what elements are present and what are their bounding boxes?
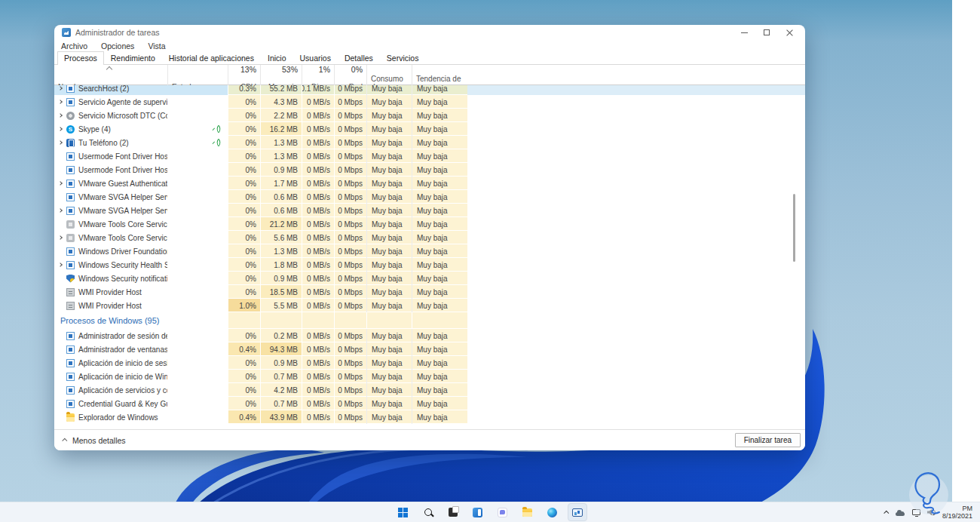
- process-name-cell: WMI Provider Host: [54, 299, 167, 312]
- table-row[interactable]: Windows Security Health Service0%1.8 MB0…: [54, 258, 805, 272]
- taskbar-center: [0, 503, 980, 521]
- table-row[interactable]: VMware Tools Core Service0%21.2 MB0 MB/s…: [54, 217, 805, 231]
- expand-chevron-icon[interactable]: [58, 113, 63, 118]
- red-cell: 0 Mbps: [334, 397, 366, 410]
- estado-cell: [167, 258, 228, 272]
- tab-bar: ProcesosRendimientoHistorial de aplicaci…: [54, 52, 805, 65]
- table-row[interactable]: VMware Tools Core Service0%5.6 MB0 MB/s0…: [54, 231, 805, 244]
- disco-cell: 0 MB/s: [302, 177, 334, 190]
- task-view-button[interactable]: [443, 503, 463, 521]
- tab-rendimiento[interactable]: Rendimiento: [104, 51, 162, 64]
- search-button[interactable]: [418, 503, 438, 521]
- table-row[interactable]: Windows Driver Foundation - pr...0%1.3 M…: [54, 244, 805, 258]
- task-manager-window: Administrador de tareas Archivo Opciones…: [54, 25, 805, 450]
- expand-chevron-icon[interactable]: [58, 140, 63, 145]
- edge-button[interactable]: [543, 503, 562, 521]
- tray-chevron-up-icon[interactable]: [884, 510, 889, 515]
- consumo-cell: Muy baja: [366, 204, 412, 217]
- clock[interactable]: PM 8/19/2021: [942, 505, 975, 520]
- table-row[interactable]: VMware Guest Authentication S...0%1.7 MB…: [54, 177, 805, 190]
- memoria-cell: 2.2 MB: [260, 109, 302, 122]
- onedrive-cloud-icon[interactable]: [896, 509, 905, 516]
- table-row[interactable]: Tu Teléfono (2)0%1.3 MB0 MB/s0 MbpsMuy b…: [54, 136, 805, 149]
- tab-historial-de-aplicaciones[interactable]: Historial de aplicaciones: [162, 51, 261, 64]
- edge-icon: [547, 508, 557, 517]
- expand-chevron-icon[interactable]: [58, 127, 63, 131]
- explorer-button[interactable]: [518, 503, 537, 521]
- table-row[interactable]: Administrador de sesión de Win...0%0.2 M…: [54, 329, 805, 342]
- scrollbar-thumb[interactable]: [793, 194, 795, 262]
- tab-inicio[interactable]: Inicio: [261, 51, 293, 64]
- consumo-cell: Muy baja: [366, 285, 412, 299]
- cpu-cell: 0%: [228, 136, 260, 149]
- table-row[interactable]: WMI Provider Host1.0%5.5 MB0 MB/s0 MbpsM…: [54, 299, 805, 312]
- memoria-cell: 0.9 MB: [260, 163, 302, 177]
- chat-button[interactable]: [493, 503, 513, 521]
- estado-cell: [167, 410, 228, 424]
- menu-archivo[interactable]: Archivo: [61, 41, 87, 51]
- table-row[interactable]: Usermode Font Driver Host0%1.3 MB0 MB/s0…: [54, 149, 805, 163]
- minimize-button[interactable]: [733, 26, 755, 39]
- tendencia-cell: Muy baja: [412, 217, 467, 231]
- tab-servicios[interactable]: Servicios: [380, 51, 426, 64]
- wmi-process-icon: [66, 302, 75, 310]
- end-task-button[interactable]: Finalizar tarea: [735, 433, 801, 447]
- tab-procesos[interactable]: Procesos: [57, 51, 104, 65]
- table-row[interactable]: Servicio Microsoft DTC (Coordin...0%2.2 …: [54, 109, 805, 122]
- memoria-cell: 1.3 MB: [260, 149, 302, 163]
- disco-cell: 0 MB/s: [302, 95, 334, 109]
- table-row[interactable]: VMware SVGA Helper Service0%0.6 MB0 MB/s…: [54, 204, 805, 217]
- expand-chevron-icon[interactable]: [58, 86, 63, 91]
- table-row[interactable]: Administrador de ventanas del ...0.4%94.…: [54, 342, 805, 356]
- process-name: Servicio Agente de supervisión ...: [78, 98, 167, 106]
- table-row[interactable]: Skype (4)0%16.2 MB0 MB/s0 MbpsMuy bajaMu…: [54, 122, 805, 136]
- start-button[interactable]: [394, 503, 413, 521]
- memoria-cell: 0.6 MB: [260, 190, 302, 204]
- table-row[interactable]: Servicio Agente de supervisión ...0%4.3 …: [54, 95, 805, 109]
- network-icon[interactable]: [912, 509, 920, 515]
- maximize-button[interactable]: [755, 26, 778, 39]
- table-row[interactable]: Explorador de Windows0.4%43.9 MB0 MB/s0 …: [54, 410, 805, 424]
- tab-detalles[interactable]: Detalles: [338, 51, 380, 64]
- expand-chevron-icon[interactable]: [58, 208, 63, 213]
- task-manager-button[interactable]: [568, 503, 587, 521]
- tab-usuarios[interactable]: Usuarios: [292, 51, 337, 64]
- estado-cell: [167, 85, 228, 95]
- table-row[interactable]: Credential Guard & Key Guard0%0.7 MB0 MB…: [54, 397, 805, 410]
- menu-vista[interactable]: Vista: [148, 41, 165, 51]
- process-name-cell: Servicio Agente de supervisión ...: [54, 95, 167, 109]
- task-manager-icon: [572, 508, 583, 517]
- disco-total: 1%: [302, 65, 334, 75]
- expand-chevron-icon[interactable]: [58, 100, 63, 104]
- cpu-cell: 0%: [228, 356, 260, 370]
- table-row[interactable]: Aplicación de inicio de sesión d...0%0.9…: [54, 356, 805, 370]
- expand-chevron-icon[interactable]: [58, 263, 63, 267]
- process-name: Administrador de ventanas del ...: [78, 345, 167, 354]
- app-process-icon: [66, 373, 75, 381]
- expand-chevron-icon[interactable]: [58, 235, 63, 240]
- title-bar[interactable]: Administrador de tareas: [54, 25, 805, 40]
- table-row[interactable]: SearchHost (2)0.3%55.2 MB0.1 MB/s0 MbpsM…: [54, 85, 805, 95]
- expand-chevron-icon[interactable]: [58, 181, 63, 186]
- app-process-icon: [66, 166, 75, 174]
- menu-opciones[interactable]: Opciones: [101, 41, 134, 51]
- memoria-cell: 21.2 MB: [260, 217, 302, 231]
- table-row[interactable]: Aplicación de servicios y contro...0%4.2…: [54, 383, 805, 397]
- consumo-cell: Muy baja: [366, 329, 412, 342]
- widgets-button[interactable]: [468, 503, 488, 521]
- cpu-cell: 0%: [228, 231, 260, 244]
- table-row[interactable]: VMware SVGA Helper Service0%0.6 MB0 MB/s…: [54, 190, 805, 204]
- consumo-cell: Muy baja: [366, 122, 412, 136]
- table-row[interactable]: Usermode Font Driver Host0%0.9 MB0 MB/s0…: [54, 163, 805, 177]
- process-group-header[interactable]: Procesos de Windows (95): [54, 312, 805, 329]
- table-row[interactable]: Aplicación de inicio de Windows0%0.7 MB0…: [54, 370, 805, 383]
- app-process-icon: [66, 332, 75, 340]
- close-button[interactable]: [778, 26, 801, 39]
- volume-icon[interactable]: [927, 509, 936, 515]
- memoria-cell: 18.5 MB: [260, 285, 302, 299]
- process-name-cell: Windows Driver Foundation - pr...: [54, 244, 167, 258]
- table-row[interactable]: WMI Provider Host0%18.5 MB0 MB/s0 MbpsMu…: [54, 285, 805, 299]
- process-name-cell: WMI Provider Host: [54, 285, 167, 299]
- less-details-toggle[interactable]: Menos detalles: [63, 436, 126, 445]
- table-row[interactable]: Windows Security notification i...0%0.9 …: [54, 272, 805, 285]
